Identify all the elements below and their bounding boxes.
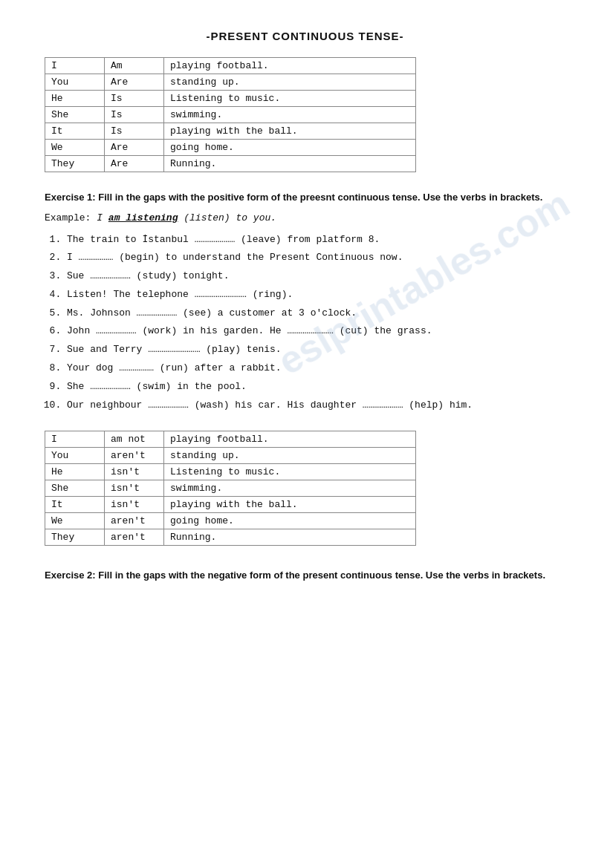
exercise1-list: The train to İstanbul ………………… (leave) fr… xyxy=(67,232,565,414)
table-row: TheyAreRunning. xyxy=(45,156,416,172)
verb-cell: isn't xyxy=(105,497,164,513)
table-row: Wearen'tgoing home. xyxy=(45,513,416,529)
subject-cell: They xyxy=(45,529,105,546)
list-item: She ………………… (swim) in the pool. xyxy=(67,379,565,395)
list-item: Ms. Johnson ………………… (see) a customer at … xyxy=(67,306,565,322)
phrase-cell: going home. xyxy=(164,140,416,156)
phrase-cell: playing football. xyxy=(164,58,416,74)
table-row: Heisn'tListening to music. xyxy=(45,464,416,480)
table-row: Itisn'tplaying with the ball. xyxy=(45,497,416,513)
subject-cell: I xyxy=(45,58,105,74)
exercise2-title: Exercise 2: Fill in the gaps with the ne… xyxy=(45,568,565,583)
subject-cell: We xyxy=(45,513,105,529)
verb-cell: aren't xyxy=(105,513,164,529)
phrase-cell: going home. xyxy=(164,513,416,529)
phrase-cell: playing with the ball. xyxy=(164,497,416,513)
verb-cell: isn't xyxy=(105,480,164,497)
verb-cell: aren't xyxy=(105,529,164,546)
verb-cell: isn't xyxy=(105,464,164,480)
subject-cell: I xyxy=(45,431,105,448)
list-item: I ……………… (begin) to understand the Prese… xyxy=(67,250,565,266)
phrase-cell: playing with the ball. xyxy=(164,123,416,140)
exercise1-block: Exercise 1: Fill in the gaps with the po… xyxy=(45,190,565,413)
list-item: Our neighbour ………………… (wash) his car. Hi… xyxy=(67,398,565,414)
positive-table-section: IAmplaying football.YouArestanding up.He… xyxy=(45,57,565,172)
subject-cell: He xyxy=(45,464,105,480)
subject-cell: She xyxy=(45,480,105,497)
exercise1-title: Exercise 1: Fill in the gaps with the po… xyxy=(45,190,565,205)
table-row: ItIsplaying with the ball. xyxy=(45,123,416,140)
verb-cell: am not xyxy=(105,431,164,448)
table-row: YouArestanding up. xyxy=(45,74,416,91)
verb-cell: aren't xyxy=(105,448,164,464)
phrase-cell: Listening to music. xyxy=(164,91,416,107)
verb-cell: Is xyxy=(105,107,164,123)
phrase-cell: playing football. xyxy=(164,431,416,448)
negative-table: Iam notplaying football.Youaren'tstandin… xyxy=(45,431,416,546)
example-rest: (listen) to you. xyxy=(178,212,276,223)
table-row: SheIsswimming. xyxy=(45,107,416,123)
example-bold: am listening xyxy=(108,212,178,223)
list-item: John ………………… (work) in his garden. He ……… xyxy=(67,324,565,339)
subject-cell: She xyxy=(45,107,105,123)
phrase-cell: standing up. xyxy=(164,448,416,464)
subject-cell: You xyxy=(45,448,105,464)
list-item: The train to İstanbul ………………… (leave) fr… xyxy=(67,232,565,248)
phrase-cell: Listening to music. xyxy=(164,464,416,480)
phrase-cell: swimming. xyxy=(164,107,416,123)
subject-cell: They xyxy=(45,156,105,172)
phrase-cell: swimming. xyxy=(164,480,416,497)
phrase-cell: Running. xyxy=(164,156,416,172)
table-row: Sheisn'tswimming. xyxy=(45,480,416,497)
table-row: Theyaren'tRunning. xyxy=(45,529,416,546)
exercise1-example: Example: I am listening (listen) to you. xyxy=(45,212,565,223)
positive-table: IAmplaying football.YouArestanding up.He… xyxy=(45,57,416,172)
table-row: WeAregoing home. xyxy=(45,140,416,156)
phrase-cell: standing up. xyxy=(164,74,416,91)
list-item: Listen! The telephone ……………………… (ring). xyxy=(67,287,565,303)
subject-cell: It xyxy=(45,123,105,140)
subject-cell: You xyxy=(45,74,105,91)
table-row: Youaren'tstanding up. xyxy=(45,448,416,464)
verb-cell: Are xyxy=(105,74,164,91)
subject-cell: It xyxy=(45,497,105,513)
list-item: Sue ………………… (study) tonight. xyxy=(67,269,565,284)
verb-cell: Is xyxy=(105,91,164,107)
verb-cell: Am xyxy=(105,58,164,74)
negative-table-section: Iam notplaying football.Youaren'tstandin… xyxy=(45,431,565,546)
subject-cell: We xyxy=(45,140,105,156)
verb-cell: Are xyxy=(105,156,164,172)
table-row: IAmplaying football. xyxy=(45,58,416,74)
phrase-cell: Running. xyxy=(164,529,416,546)
subject-cell: He xyxy=(45,91,105,107)
list-item: Your dog ……………… (run) after a rabbit. xyxy=(67,361,565,376)
example-italic: I xyxy=(97,212,108,223)
list-item: Sue and Terry ……………………… (play) tenis. xyxy=(67,342,565,358)
verb-cell: Are xyxy=(105,140,164,156)
table-row: Iam notplaying football. xyxy=(45,431,416,448)
verb-cell: Is xyxy=(105,123,164,140)
page-title: -PRESENT CONTINUOUS TENSE- xyxy=(45,30,565,42)
example-prefix: Example: xyxy=(45,212,97,223)
table-row: HeIsListening to music. xyxy=(45,91,416,107)
